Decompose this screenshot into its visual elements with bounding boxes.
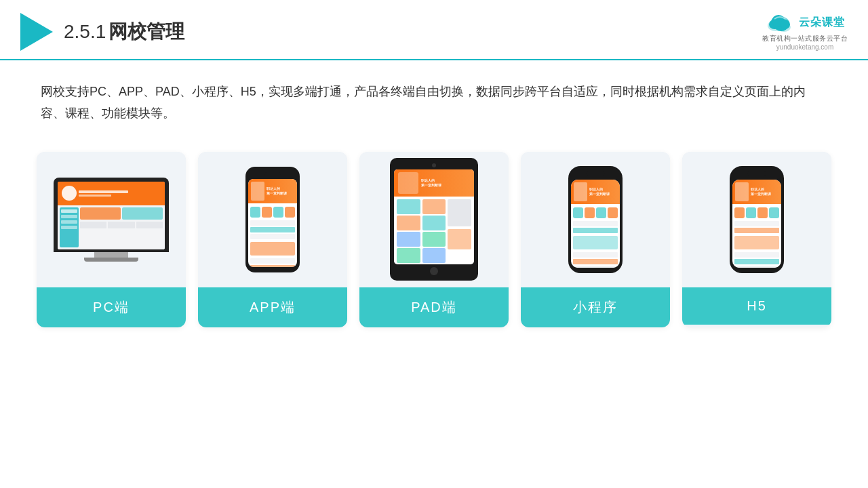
logo-main-text: 云朵课堂 [799,16,845,30]
h5-phone-mockup: 职达人的第一堂判断课 [730,166,784,273]
header-left: 2.5.1网校管理 [20,13,184,51]
card-pc-image [37,152,186,287]
card-pad-label: PAD端 [359,287,509,327]
logo-cloud: 云朵课堂 [765,12,845,33]
page-title: 2.5.1网校管理 [64,19,184,45]
card-h5-image: 职达人的第一堂判断课 [682,152,831,287]
card-pad: 职达人的第一堂判断课 [359,152,509,327]
pc-mockup [54,178,169,262]
cloud-icon [765,12,795,33]
header: 2.5.1网校管理 云朵课堂 教育机构一站式服务云平台 yunduoketang… [0,0,868,60]
card-pad-image: 职达人的第一堂判断课 [359,152,509,287]
card-app-image: 职达人的第一堂判断课 [198,152,347,287]
card-miniapp: 职达人的第一堂判断课 [521,152,670,327]
description-paragraph: 网校支持PC、APP、PAD、小程序、H5，实现多端打通，产品各终端自由切换，数… [41,81,827,125]
logo-domain: yunduoketang.com [776,43,834,51]
app-phone-mockup: 职达人的第一堂判断课 [245,167,300,272]
play-icon [20,13,53,51]
title-text: 网校管理 [108,21,184,42]
card-miniapp-label: 小程序 [521,287,670,327]
section-number: 2.5.1 [64,21,106,42]
card-miniapp-image: 职达人的第一堂判断课 [521,152,670,287]
card-h5: 职达人的第一堂判断课 [682,152,831,327]
card-app: 职达人的第一堂判断课 [198,152,347,327]
description-text: 网校支持PC、APP、PAD、小程序、H5，实现多端打通，产品各终端自由切换，数… [0,60,868,138]
card-pc-label: PC端 [37,287,186,327]
logo-area: 云朵课堂 教育机构一站式服务云平台 yunduoketang.com [762,12,848,51]
cards-container: PC端 职达人的第一堂判断课 [0,138,868,348]
card-app-label: APP端 [198,287,347,327]
miniapp-phone-mockup: 职达人的第一堂判断课 [568,166,623,273]
card-pc: PC端 [37,152,186,327]
pad-mockup: 职达人的第一堂判断课 [390,158,478,281]
svg-point-6 [781,20,790,29]
card-h5-label: H5 [682,287,831,325]
logo-subtitle: 教育机构一站式服务云平台 [762,34,848,43]
